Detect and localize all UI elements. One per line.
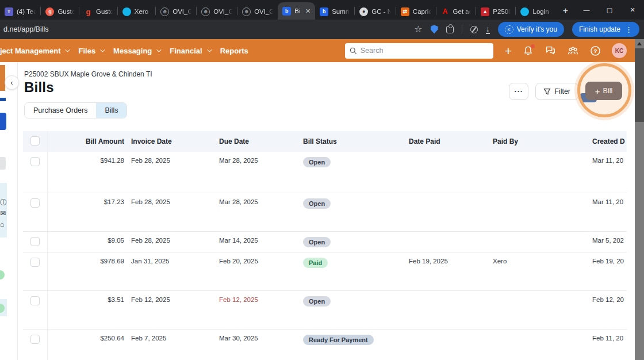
nav-item-ject-management[interactable]: ject Management — [0, 47, 78, 55]
col-invoice-date[interactable]: Invoice Date — [128, 131, 216, 152]
eco-extension-icon[interactable] — [470, 26, 478, 33]
paid-by-cell — [489, 231, 589, 252]
browser-chrome: T(4) TeagGustogGustoXero |⊕OVI_G⊕OVI_G⊕O… — [0, 0, 644, 39]
sidebar-blue-button[interactable] — [0, 113, 6, 130]
bookmark-star-icon[interactable]: ☆ — [414, 25, 422, 34]
nav-item-files[interactable]: Files — [78, 47, 113, 55]
subs-people-icon[interactable] — [567, 45, 579, 56]
nav-item-label: Reports — [220, 47, 248, 55]
browser-tab--4-tea[interactable]: T(4) Tea — [0, 3, 40, 20]
app-navbar: ject ManagementFilesMessagingFinancialRe… — [0, 39, 635, 62]
chrome-menu-dots-icon[interactable]: ⋮ — [625, 25, 632, 34]
nav-item-label: Files — [78, 47, 95, 55]
row-checkbox[interactable] — [30, 258, 40, 267]
scrollbar-up-arrow[interactable] — [637, 42, 642, 45]
row-checkbox-cell — [23, 231, 47, 252]
avatar-green-1[interactable] — [0, 270, 5, 279]
globe-favicon: ⊕ — [201, 7, 210, 16]
bt-favicon: b — [320, 7, 328, 16]
created-date-cell: Feb 12, 20 — [589, 290, 627, 329]
sidebar-gray-button[interactable] — [0, 157, 6, 170]
browser-tab-bil[interactable]: bBil✕ — [278, 2, 315, 20]
nav-item-financial[interactable]: Financial — [170, 47, 220, 55]
browser-tab-p2500[interactable]: ▲P2500 — [476, 3, 515, 20]
row-checkbox[interactable] — [30, 157, 40, 166]
view-tab-bills[interactable]: Bills — [96, 103, 126, 118]
page-scrollbar[interactable] — [635, 39, 644, 360]
extensions-puzzle-icon[interactable] — [446, 26, 454, 33]
bill-status-cell: Ready For Payment — [300, 329, 405, 360]
select-all-checkbox[interactable] — [30, 136, 40, 145]
more-actions-button[interactable]: ··· — [509, 83, 528, 100]
quick-add-icon[interactable]: + — [505, 45, 512, 57]
tab-title: P2500 — [493, 8, 511, 15]
sidebar-collapse-button[interactable]: ‹ — [5, 75, 19, 90]
paid-by-cell: Xero — [489, 252, 589, 290]
table-row[interactable]: $9.05Feb 28, 2025Mar 14, 2025OpenMar 5, … — [23, 231, 627, 252]
user-avatar[interactable]: KC — [612, 43, 627, 58]
search-input[interactable] — [361, 47, 489, 55]
browser-tab-ovi-g[interactable]: ⊕OVI_G — [197, 3, 237, 20]
row-checkbox[interactable] — [30, 335, 40, 344]
table-row[interactable]: $3.51Feb 12, 2025Feb 12, 2025OpenFeb 12,… — [23, 290, 627, 329]
gc-favicon: ● — [359, 7, 368, 16]
filter-button[interactable]: Filter — [535, 83, 578, 100]
browser-tab-ovi-g[interactable]: ⊕OVI_G — [237, 3, 278, 20]
minimize-button[interactable]: — — [575, 0, 598, 20]
scrollbar-thumb[interactable] — [635, 48, 644, 122]
bill-status-cell: Open — [300, 290, 405, 329]
table-row[interactable]: $941.28Feb 28, 2025Mar 28, 2025OpenMar 1… — [23, 152, 627, 193]
shield-extension-icon[interactable] — [431, 25, 438, 34]
chevron-down-icon — [100, 47, 105, 52]
col-bill-amount[interactable]: Bill Amount — [47, 131, 128, 152]
maximize-button[interactable]: ▢ — [598, 0, 621, 20]
browser-tab-summ[interactable]: bSumm — [315, 3, 354, 20]
browser-tab-ovi-g[interactable]: ⊕OVI_G — [156, 3, 196, 20]
nav-item-reports[interactable]: Reports — [220, 47, 258, 55]
verify-button[interactable]: K Verify it's you — [498, 22, 564, 37]
view-tabs: Purchase OrdersBills — [24, 102, 127, 118]
filter-label: Filter — [554, 87, 570, 95]
browser-tab-caprio[interactable]: ⇄Caprio — [396, 3, 436, 20]
url-text[interactable]: d.net/app/Bills — [3, 25, 414, 33]
row-checkbox[interactable] — [30, 296, 40, 305]
close-window-button[interactable]: ✕ — [621, 0, 644, 20]
search-box[interactable] — [345, 43, 493, 59]
row-checkbox[interactable] — [30, 198, 40, 208]
new-tab-button[interactable]: + — [556, 6, 575, 20]
home-icon[interactable]: ⌂ — [0, 220, 8, 228]
browser-tab-xero-[interactable]: Xero | — [118, 3, 155, 20]
add-bill-button[interactable]: + Bill — [585, 82, 622, 100]
row-checkbox[interactable] — [30, 237, 40, 246]
plus-icon: + — [595, 86, 600, 96]
info-icon[interactable]: ⓘ — [0, 198, 8, 208]
browser-tab-get-ac[interactable]: AGet ac — [436, 3, 476, 20]
col-due-date[interactable]: Due Date — [216, 131, 300, 152]
browser-tab-gusto[interactable]: gGusto — [79, 3, 117, 20]
view-tab-purchase-orders[interactable]: Purchase Orders — [25, 103, 96, 118]
col-paid-by[interactable]: Paid By — [489, 131, 589, 152]
table-row[interactable]: $978.69Jan 31, 2025Feb 20, 2025PaidFeb 1… — [23, 252, 627, 290]
tab-close-icon[interactable]: ✕ — [305, 7, 310, 15]
teams-favicon: T — [5, 7, 13, 16]
nav-item-messaging[interactable]: Messaging — [113, 47, 170, 55]
browser-tab-gc-n[interactable]: ●GC - N — [355, 3, 396, 20]
add-bill-label: Bill — [603, 87, 613, 95]
col-date-paid[interactable]: Date Paid — [405, 131, 489, 152]
date-paid-cell — [405, 152, 489, 193]
col-bill-status[interactable]: Bill Status — [300, 131, 405, 152]
table-row[interactable]: $250.64Feb 7, 2025Mar 30, 2025Ready For … — [23, 329, 627, 360]
mail-icon[interactable]: ✉ — [0, 209, 8, 217]
chevron-down-icon — [207, 47, 212, 52]
finish-update-button[interactable]: Finish update ⋮ — [572, 22, 639, 37]
notifications-bell-icon[interactable] — [523, 45, 534, 56]
table-row[interactable]: $17.23Feb 28, 2025Mar 28, 2025OpenMar 11… — [23, 193, 627, 231]
messages-chat-icon[interactable] — [545, 45, 556, 56]
col-created-date[interactable]: Created D — [589, 131, 627, 152]
browser-tab-login-[interactable]: Login | — [516, 3, 555, 20]
download-icon[interactable]: ↓ — [486, 25, 490, 34]
toolbar: ··· Filter + Bill — [509, 83, 622, 100]
browser-tab-gusto[interactable]: gGusto — [41, 3, 79, 20]
help-icon[interactable]: ? — [590, 45, 601, 56]
status-badge: Open — [303, 237, 331, 247]
